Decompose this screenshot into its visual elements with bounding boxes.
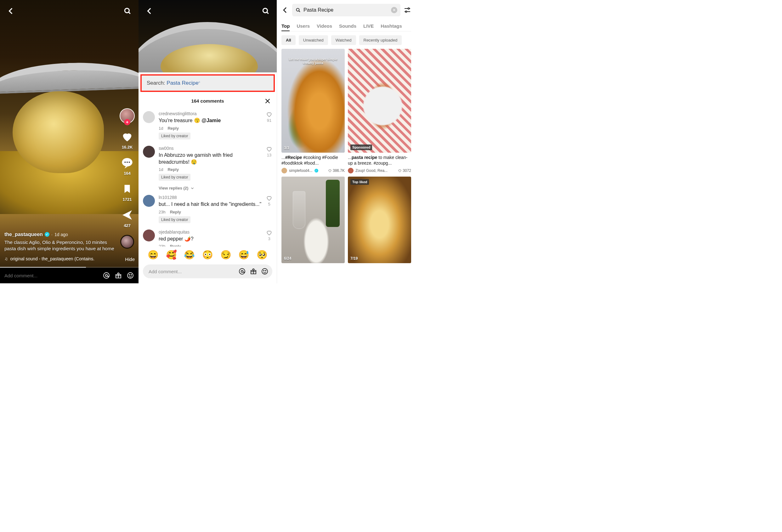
result-card[interactable]: 6/24	[281, 177, 345, 263]
search-tabs: TopUsersVideosSoundsLIVEHashtags	[281, 22, 411, 32]
sound-row[interactable]: ♫ original sound - the_pastaqueen (Conta…	[4, 256, 116, 261]
svg-point-23	[262, 269, 268, 274]
emoji-option[interactable]: 🥺	[257, 250, 268, 260]
comment-count: 164	[124, 171, 131, 176]
comments-list: crednewstinglitttora You're treasure 😗 @…	[139, 108, 277, 246]
result-card[interactable]: Sponsored ...pasta recipe to make clean-…	[348, 49, 411, 173]
commenter-avatar[interactable]	[143, 111, 155, 123]
liked-by-creator-badge: Liked by creator	[159, 174, 190, 181]
filter-chip[interactable]: Unwatched	[299, 35, 328, 45]
result-caption: ...pasta recipe to make clean-up a breez…	[348, 154, 411, 166]
emoji-icon[interactable]	[127, 272, 134, 279]
svg-point-3	[125, 162, 126, 163]
commenter-avatar[interactable]	[143, 229, 155, 242]
comment-item: ojedablanquitas red pepper 🌶️? 23h Reply…	[143, 226, 272, 246]
comment-count-header: 164 comments	[139, 94, 277, 108]
top-liked-badge: Top liked	[350, 179, 369, 185]
profile-avatar-button[interactable]: +	[120, 108, 135, 123]
commenter-username[interactable]: ln101288	[159, 195, 262, 200]
tab-live[interactable]: LIVE	[363, 22, 374, 31]
svg-point-12	[129, 275, 130, 275]
video-preview	[139, 0, 277, 72]
back-button[interactable]	[144, 6, 155, 16]
comment-input-bar: Add comment...	[0, 268, 139, 283]
back-button[interactable]	[6, 6, 16, 16]
back-button[interactable]	[281, 6, 289, 14]
liked-by-creator-badge: Liked by creator	[159, 216, 190, 223]
bookmark-button[interactable]: 1721	[122, 183, 133, 202]
slide-counter: 3/3	[284, 146, 289, 150]
view-replies-button[interactable]: View replies (2)	[159, 186, 272, 190]
tab-videos[interactable]: Videos	[317, 22, 332, 31]
filters-button[interactable]	[403, 6, 411, 14]
comment-input[interactable]: Add comment...	[143, 264, 272, 278]
like-count: 16.2K	[122, 145, 133, 149]
svg-point-29	[408, 8, 409, 9]
mention-icon[interactable]	[238, 268, 246, 275]
gift-icon[interactable]	[250, 268, 257, 275]
commenter-username[interactable]: ojedablanquitas	[159, 229, 262, 235]
mention-icon[interactable]	[103, 272, 110, 279]
search-input[interactable]: Pasta Recipe ✕	[292, 4, 400, 16]
reply-button[interactable]: Reply	[168, 167, 178, 172]
commenter-username[interactable]: sw00ns	[159, 146, 262, 151]
search-button[interactable]	[260, 6, 271, 16]
comment-icon	[121, 156, 134, 169]
filter-chip[interactable]: All	[281, 35, 296, 45]
result-thumbnail: Let me make you a super simple creamy pa…	[281, 49, 345, 153]
hide-button[interactable]: Hide	[125, 256, 135, 262]
slide-counter: 7/19	[350, 256, 358, 261]
comment-like-count: 3	[268, 237, 270, 241]
commenter-avatar[interactable]	[143, 195, 155, 207]
tab-hashtags[interactable]: Hashtags	[381, 22, 402, 31]
result-meta: Zoup! Good, Rea... 3072	[348, 168, 411, 173]
reply-button[interactable]: Reply	[168, 126, 178, 131]
comment-like-button[interactable]: 5	[266, 195, 272, 223]
author-username[interactable]: the_pastaqueen	[4, 232, 43, 237]
comment-time: 1d	[159, 126, 163, 131]
share-count: 427	[124, 223, 131, 228]
filter-chip[interactable]: Recently uploaded	[359, 35, 402, 45]
gift-icon[interactable]	[115, 272, 122, 279]
search-button[interactable]	[122, 6, 133, 16]
comment-input-row: Add comment...	[139, 262, 277, 283]
comment-placeholder[interactable]: Add comment...	[4, 273, 98, 278]
tab-users[interactable]: Users	[296, 22, 310, 31]
emoji-option[interactable]: 😂	[184, 250, 195, 260]
result-card[interactable]: Top liked 7/19	[348, 177, 411, 263]
mention[interactable]: @Jamie	[202, 118, 221, 123]
filter-chip[interactable]: Watched	[331, 35, 356, 45]
clear-search-button[interactable]: ✕	[391, 7, 397, 13]
result-card[interactable]: Let me make you a super simple creamy pa…	[281, 49, 345, 173]
result-thumbnail: Top liked 7/19	[348, 177, 411, 263]
tab-sounds[interactable]: Sounds	[339, 22, 356, 31]
slide-counter: 6/24	[284, 256, 291, 261]
like-button[interactable]: 16.2K	[121, 130, 134, 149]
search-suggestion-pill[interactable]: Search: Pasta Recipe⌕	[140, 74, 275, 92]
comment-like-button[interactable]: 13	[266, 146, 272, 181]
tab-top[interactable]: Top	[281, 22, 290, 31]
share-button[interactable]: 427	[121, 209, 134, 228]
emoji-icon[interactable]	[261, 268, 269, 275]
commenter-avatar[interactable]	[143, 146, 155, 158]
sound-disc[interactable]	[120, 235, 134, 249]
emoji-option[interactable]: 😏	[220, 250, 232, 260]
comment-button[interactable]: 164	[121, 156, 134, 176]
comment-like-count: 91	[267, 118, 271, 123]
result-thumbnail: Sponsored	[348, 49, 411, 153]
emoji-option[interactable]: 😄	[148, 250, 159, 260]
svg-point-18	[239, 269, 245, 274]
reply-button[interactable]: Reply	[170, 210, 181, 214]
comment-text: You're treasure 😗 @Jamie	[159, 117, 262, 124]
results-grid: Let me make you a super simple creamy pa…	[281, 49, 411, 263]
author-name: Zoup! Good, Rea...	[355, 168, 388, 173]
emoji-option[interactable]: 😅	[238, 250, 249, 260]
close-comments-button[interactable]	[263, 97, 272, 105]
emoji-option[interactable]: 🥰	[166, 250, 177, 260]
follow-plus-icon[interactable]: +	[124, 119, 130, 125]
commenter-username[interactable]: crednewstinglitttora	[159, 111, 262, 116]
comment-like-button[interactable]: 3	[266, 229, 272, 246]
comment-like-button[interactable]: 91	[266, 111, 272, 139]
emoji-option[interactable]: 😳	[202, 250, 213, 260]
reply-button[interactable]: Reply	[170, 244, 181, 246]
